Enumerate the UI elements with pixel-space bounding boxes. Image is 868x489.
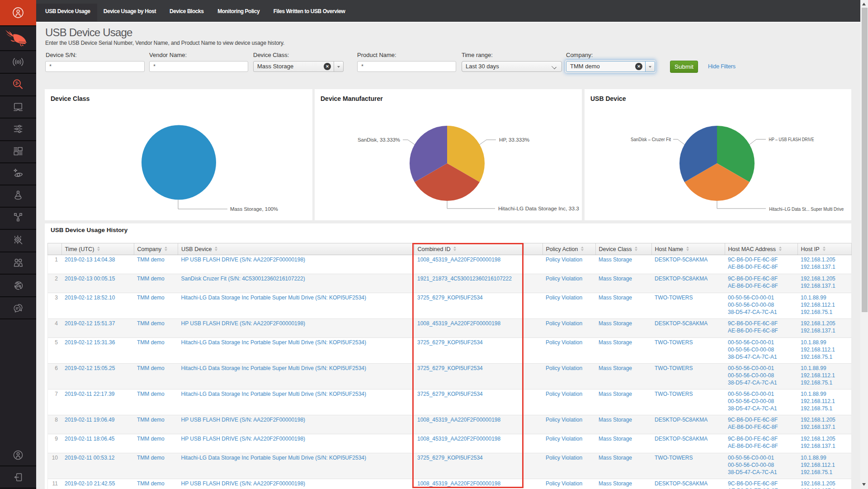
svg-text:HP, 33.333%: HP, 33.333%: [499, 137, 529, 142]
svg-text:SanDisk – Cruzer Fit: SanDisk – Cruzer Fit: [631, 137, 671, 142]
svg-text:Hitachi–LG Data St... Super Mu: Hitachi–LG Data St... Super Multi Drive: [769, 206, 844, 212]
svg-text:Hitachi-LG Data Storage Inc, 3: Hitachi-LG Data Storage Inc, 33.3: [498, 206, 579, 211]
svg-text:SanDisk, 33.333%: SanDisk, 33.333%: [358, 137, 400, 142]
svg-text:Mass Storage, 100%: Mass Storage, 100%: [230, 206, 278, 212]
svg-text:HP – USB FLASH DRIVE: HP – USB FLASH DRIVE: [769, 137, 814, 142]
